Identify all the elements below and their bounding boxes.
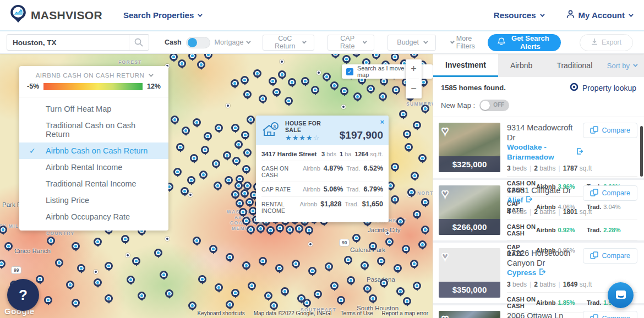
map-pin[interactable] (421, 226, 429, 234)
map-pin[interactable] (286, 226, 294, 234)
map-pin[interactable] (241, 189, 249, 198)
map-pin[interactable] (171, 116, 179, 124)
map-pin[interactable] (232, 157, 241, 165)
property-card[interactable]: ♥ $325,000 9314 Meadowcroft Dr Woodlake … (433, 117, 644, 178)
map-pin[interactable] (201, 146, 209, 154)
map-pin[interactable] (413, 210, 421, 218)
panel-tab[interactable]: Investment (433, 54, 498, 77)
map-pin[interactable] (331, 54, 340, 58)
cash-mortgage-toggle[interactable] (186, 37, 210, 48)
map-pin[interactable] (330, 282, 339, 290)
sort-by-dropdown[interactable]: Sort by (607, 54, 636, 77)
zoom-out-button[interactable]: − (406, 79, 422, 98)
map-pin[interactable] (288, 78, 296, 86)
map-pin[interactable] (242, 217, 250, 225)
map-pin[interactable] (94, 278, 102, 287)
map-pin[interactable] (193, 237, 201, 245)
map-pin[interactable] (241, 131, 249, 139)
map-pin[interactable] (411, 172, 419, 180)
map-pin[interactable] (344, 256, 352, 264)
map-pin[interactable] (72, 242, 80, 250)
map-pin[interactable] (225, 176, 233, 184)
map-pin[interactable] (243, 90, 252, 98)
map-pin[interactable] (226, 253, 234, 261)
map-pin[interactable] (292, 260, 300, 268)
map-pin[interactable] (121, 235, 129, 243)
map-pin[interactable] (361, 261, 369, 270)
map-pin[interactable] (160, 271, 168, 279)
budget-dropdown[interactable]: Budget (388, 35, 436, 51)
map-pin[interactable] (391, 163, 399, 171)
map-pin[interactable] (77, 264, 85, 272)
map-pin[interactable] (181, 187, 189, 195)
favorite-heart-icon[interactable]: ♥ (441, 125, 449, 137)
map-pin[interactable] (399, 110, 407, 118)
map-canvas[interactable]: FORESTSUMMERWOODNORTHEASTHOUSTONNORTHSID… (0, 54, 433, 318)
map-pin[interactable] (394, 264, 402, 272)
map-pin[interactable] (340, 87, 348, 95)
compare-button[interactable]: Compare (583, 311, 637, 318)
map-pin[interactable] (363, 284, 372, 293)
map-pin[interactable] (44, 296, 52, 304)
map-pin[interactable] (337, 296, 345, 304)
map-pin[interactable] (377, 257, 385, 265)
mortgage-label[interactable]: Mortgage (215, 39, 250, 46)
map-pin[interactable] (231, 79, 239, 87)
panel-tab[interactable]: Traditional (544, 54, 604, 77)
map-pin[interactable] (396, 287, 405, 295)
map-pin[interactable] (55, 259, 63, 267)
more-filters[interactable]: More Filters (450, 35, 482, 50)
map-pin[interactable] (272, 88, 281, 96)
map-pin[interactable] (236, 199, 244, 207)
close-icon[interactable]: × (380, 118, 384, 126)
heatmap-menu-item[interactable]: Airbnb Occupancy Rate (19, 209, 168, 225)
map-pin[interactable] (178, 59, 186, 68)
map-pin[interactable] (266, 226, 275, 234)
map-pin[interactable] (380, 279, 388, 287)
map-pin[interactable] (199, 171, 208, 179)
heatmap-menu-item[interactable]: Airbnb Rental Income (19, 159, 168, 176)
panel-tab[interactable]: Airbnb (498, 54, 544, 77)
report-map-error-link[interactable]: Report a map error (382, 310, 428, 316)
map-pin[interactable] (413, 121, 421, 129)
map-pin[interactable] (214, 182, 222, 190)
export-button[interactable]: Export (580, 34, 633, 51)
favorite-heart-icon[interactable]: ♥ (441, 250, 449, 262)
map-pin[interactable] (173, 168, 182, 176)
heatmap-menu-item[interactable]: Traditional Rental Income (19, 176, 168, 192)
map-pin[interactable] (66, 281, 74, 289)
map-pin[interactable] (170, 54, 178, 61)
map-pin[interactable] (127, 276, 135, 284)
map-pin[interactable] (330, 81, 339, 90)
map-pin[interactable] (396, 217, 405, 226)
map-pin[interactable] (421, 198, 429, 206)
map-pin[interactable] (367, 85, 375, 93)
map-pin[interactable] (421, 105, 429, 113)
map-pin[interactable] (402, 245, 410, 253)
terms-of-use-link[interactable]: Terms of Use (341, 310, 373, 316)
map-pin[interactable] (239, 208, 247, 216)
map-pin[interactable] (241, 76, 249, 84)
map-pin[interactable] (243, 182, 252, 190)
map-pin[interactable] (418, 240, 427, 249)
map-pin[interactable] (413, 282, 421, 290)
map-pin[interactable] (276, 224, 284, 232)
map-pin[interactable] (242, 261, 250, 270)
property-card[interactable]: ♥ $266,000 12031 Cliffgate Dr Alief (433, 180, 644, 240)
heatmap-menu-item[interactable]: ✓ Airbnb Cash on Cash Return (19, 142, 168, 159)
map-pin[interactable] (190, 154, 198, 162)
map-pin[interactable] (323, 73, 331, 81)
map-pin[interactable] (204, 54, 212, 59)
map-pin[interactable] (231, 190, 239, 199)
map-pin[interactable] (154, 249, 162, 257)
map-pin[interactable] (311, 86, 319, 94)
map-pin[interactable] (243, 149, 252, 157)
map-pin[interactable] (0, 260, 6, 268)
neighborhood-link[interactable]: Cypress (507, 268, 583, 278)
nav-search-properties[interactable]: Search Properties (123, 10, 201, 20)
map-pin[interactable] (353, 92, 362, 101)
map-pin[interactable] (105, 262, 113, 270)
map-pin[interactable] (405, 143, 413, 151)
map-pin[interactable] (176, 143, 184, 151)
map-pin[interactable] (94, 238, 102, 246)
